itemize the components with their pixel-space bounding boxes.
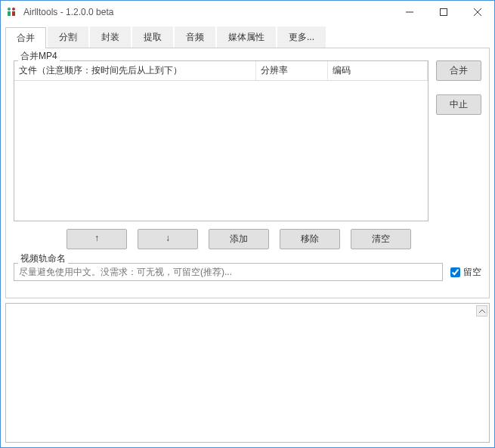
tab-panel-merge: 合并MP4 文件（注意顺序：按时间先后从上到下） 分辨率 编码 合并: [5, 48, 490, 298]
tab-media-props[interactable]: 媒体属性: [217, 26, 276, 48]
merge-mp4-label: 合并MP4: [18, 50, 60, 63]
tab-container: 合并 分割 封装 提取 音频 媒体属性 更多... 合并MP4 文件（注意顺序：…: [5, 26, 490, 298]
client-area: 合并 分割 封装 提取 音频 媒体属性 更多... 合并MP4 文件（注意顺序：…: [1, 23, 494, 447]
leave-blank-label: 留空: [463, 266, 481, 279]
log-output[interactable]: [5, 303, 490, 443]
track-name-label: 视频轨命名: [18, 252, 68, 265]
move-up-button[interactable]: ↑: [67, 229, 127, 249]
svg-rect-5: [440, 9, 447, 16]
remove-button[interactable]: 移除: [280, 229, 340, 249]
tab-more[interactable]: 更多...: [277, 26, 326, 48]
tab-audio[interactable]: 音频: [175, 26, 215, 48]
app-window: Airlltools - 1.2.0.0 beta 合并 分割 封装 提取 音频…: [0, 0, 495, 448]
stop-button[interactable]: 中止: [436, 94, 481, 115]
minimize-button[interactable]: [392, 2, 426, 23]
titlebar: Airlltools - 1.2.0.0 beta: [1, 1, 494, 23]
col-file[interactable]: 文件（注意顺序：按时间先后从上到下）: [14, 61, 256, 80]
add-button[interactable]: 添加: [209, 229, 269, 249]
track-name-group: 视频轨命名 留空: [14, 257, 481, 281]
tab-strip: 合并 分割 封装 提取 音频 媒体属性 更多...: [5, 26, 490, 48]
tab-merge[interactable]: 合并: [5, 27, 46, 48]
merge-mp4-group: 合并MP4 文件（注意顺序：按时间先后从上到下） 分辨率 编码 合并: [14, 54, 481, 249]
track-name-input[interactable]: [14, 263, 443, 281]
tab-extract[interactable]: 提取: [132, 26, 173, 48]
move-down-button[interactable]: ↓: [138, 229, 198, 249]
tab-package[interactable]: 封装: [90, 26, 131, 48]
svg-rect-3: [12, 11, 15, 16]
svg-point-2: [12, 8, 15, 11]
file-table[interactable]: 文件（注意顺序：按时间先后从上到下） 分辨率 编码: [14, 60, 428, 221]
close-button[interactable]: [460, 2, 494, 23]
scroll-up-icon[interactable]: [476, 305, 487, 317]
leave-blank-input[interactable]: [450, 267, 460, 277]
leave-blank-checkbox[interactable]: 留空: [450, 266, 481, 279]
clear-button[interactable]: 清空: [351, 229, 411, 249]
col-codec[interactable]: 编码: [328, 61, 428, 80]
maximize-button[interactable]: [426, 2, 460, 23]
window-title: Airlltools - 1.2.0.0 beta: [23, 7, 392, 17]
table-body[interactable]: [14, 81, 428, 221]
app-icon: [5, 6, 17, 18]
table-header: 文件（注意顺序：按时间先后从上到下） 分辨率 编码: [14, 61, 428, 81]
col-resolution[interactable]: 分辨率: [256, 61, 328, 80]
svg-rect-1: [8, 11, 11, 16]
merge-button[interactable]: 合并: [436, 60, 481, 81]
svg-point-0: [8, 8, 11, 11]
tab-split[interactable]: 分割: [48, 26, 88, 48]
